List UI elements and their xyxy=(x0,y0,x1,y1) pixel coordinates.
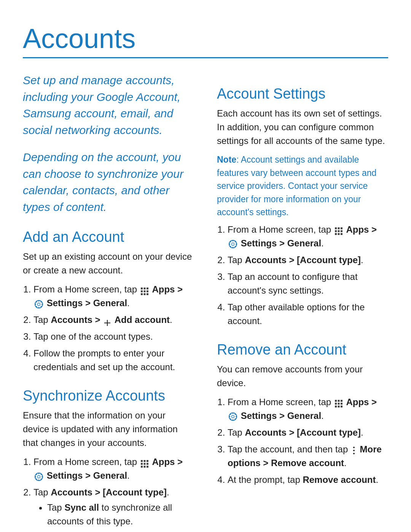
svg-rect-17 xyxy=(143,463,145,465)
svg-rect-27 xyxy=(335,227,337,229)
remove-account-title: Remove an Account xyxy=(217,342,388,358)
svg-rect-6 xyxy=(141,293,143,295)
acct-step-2: Tap Accounts > [Account type]. xyxy=(228,253,388,267)
svg-point-23 xyxy=(38,475,40,478)
left-column: Set up and manage accounts, including yo… xyxy=(23,72,194,532)
sync-bullet-1: Tap Sync all to synchronize all accounts… xyxy=(47,501,194,528)
svg-rect-32 xyxy=(341,230,342,232)
page-container: Accounts Set up and manage accounts, inc… xyxy=(0,0,411,532)
svg-rect-39 xyxy=(338,400,339,402)
apps-icon-1 xyxy=(140,286,149,294)
svg-rect-1 xyxy=(143,288,145,289)
svg-rect-7 xyxy=(143,293,145,295)
settings-icon-1 xyxy=(34,299,43,308)
add-account-steps: From a Home screen, tap xyxy=(23,283,194,374)
add-account-step-3: Tap one of the account types. xyxy=(33,330,194,343)
sync-step-2: Tap Accounts > [Account type]. Tap Sync … xyxy=(33,486,194,528)
sync-step-1: From a Home screen, tap xyxy=(33,455,194,482)
svg-point-50 xyxy=(353,450,355,451)
apps-icon-4 xyxy=(335,398,343,406)
add-account-step-1-apps: Apps > xyxy=(152,284,183,294)
svg-rect-18 xyxy=(147,463,148,465)
account-settings-intro: Each account has its own set of settings… xyxy=(217,107,388,148)
svg-rect-15 xyxy=(147,460,148,462)
svg-rect-16 xyxy=(141,463,143,465)
svg-rect-14 xyxy=(143,460,145,462)
apps-icon-2 xyxy=(140,458,149,466)
svg-rect-33 xyxy=(335,233,337,235)
sync-step-2-bullets: Tap Sync all to synchronize all accounts… xyxy=(33,501,194,528)
svg-point-10 xyxy=(38,303,40,305)
add-account-step-2: Tap Accounts > Add account. xyxy=(33,313,194,327)
svg-rect-45 xyxy=(338,406,339,407)
acct-step-1: From a Home screen, tap xyxy=(228,223,388,250)
page-title: Accounts xyxy=(23,23,388,54)
svg-point-51 xyxy=(353,453,355,454)
remove-account-intro: You can remove accounts from your device… xyxy=(217,363,388,390)
svg-point-48 xyxy=(232,415,234,418)
svg-rect-3 xyxy=(141,290,143,292)
add-icon xyxy=(104,317,111,324)
svg-rect-41 xyxy=(335,403,337,405)
svg-rect-35 xyxy=(341,233,342,235)
remove-step-3: Tap the account, and then tap More optio… xyxy=(228,443,388,470)
svg-rect-30 xyxy=(335,230,337,232)
more-options-icon-2 xyxy=(351,445,357,454)
title-divider xyxy=(23,57,388,58)
settings-icon-4 xyxy=(228,411,237,420)
acct-step-3: Tap an account to configure that account… xyxy=(228,270,388,297)
add-account-step-1: From a Home screen, tap xyxy=(33,283,194,310)
account-settings-steps: From a Home screen, tap xyxy=(217,223,388,328)
svg-rect-46 xyxy=(341,406,342,407)
svg-rect-8 xyxy=(147,293,148,295)
add-account-step-4: Follow the prompts to enter your credent… xyxy=(33,347,194,374)
svg-rect-12 xyxy=(104,323,110,323)
account-settings-note: Note: Account settings and available fea… xyxy=(217,153,388,219)
svg-rect-13 xyxy=(141,460,143,462)
svg-rect-0 xyxy=(141,288,143,289)
sync-accounts-title: Synchronize Accounts xyxy=(23,388,194,404)
svg-point-49 xyxy=(353,447,355,448)
sync-accounts-intro: Ensure that the information on your devi… xyxy=(23,409,194,450)
svg-rect-31 xyxy=(338,230,339,232)
svg-rect-42 xyxy=(338,403,339,405)
svg-rect-40 xyxy=(341,400,342,402)
settings-icon-3 xyxy=(228,239,237,248)
svg-rect-34 xyxy=(338,233,339,235)
apps-icon-3 xyxy=(335,225,343,234)
svg-rect-20 xyxy=(143,466,145,468)
intro-para2: Depending on the account, you can choose… xyxy=(23,149,194,215)
svg-point-37 xyxy=(232,243,234,246)
intro-para1: Set up and manage accounts, including yo… xyxy=(23,72,194,138)
svg-rect-38 xyxy=(335,400,337,402)
svg-rect-44 xyxy=(335,406,337,407)
remove-step-2: Tap Accounts > [Account type]. xyxy=(228,426,388,439)
svg-rect-2 xyxy=(147,288,148,289)
remove-account-steps: From a Home screen, tap xyxy=(217,395,388,487)
remove-step-4: At the prompt, tap Remove account. xyxy=(228,473,388,487)
acct-step-4: Tap other available options for the acco… xyxy=(228,300,388,328)
svg-rect-4 xyxy=(143,290,145,292)
svg-rect-19 xyxy=(141,466,143,468)
remove-step-1: From a Home screen, tap xyxy=(228,395,388,423)
add-account-intro: Set up an existing account on your devic… xyxy=(23,250,194,277)
svg-rect-28 xyxy=(338,227,339,229)
svg-rect-43 xyxy=(341,403,342,405)
sync-accounts-steps: From a Home screen, tap xyxy=(23,455,194,532)
right-column: Account Settings Each account has its ow… xyxy=(217,72,388,532)
settings-icon-2 xyxy=(34,471,43,481)
add-account-step-1-settings: Settings > General xyxy=(47,298,127,308)
two-column-layout: Set up and manage accounts, including yo… xyxy=(23,72,388,532)
add-account-title: Add an Account xyxy=(23,229,194,245)
svg-rect-29 xyxy=(341,227,342,229)
svg-rect-21 xyxy=(147,466,148,468)
account-settings-title: Account Settings xyxy=(217,86,388,102)
svg-rect-5 xyxy=(147,290,148,292)
